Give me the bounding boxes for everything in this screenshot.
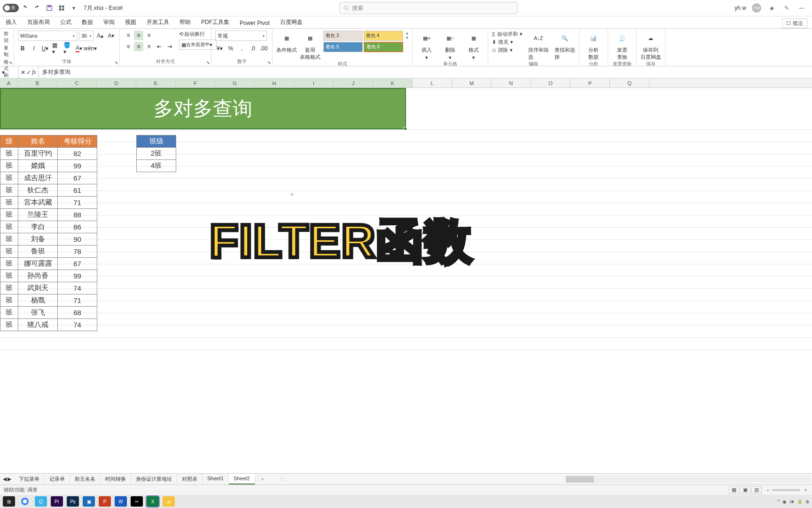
align-middle-button[interactable]: ≡ <box>134 31 143 40</box>
sheet-tab[interactable]: Sheet1 <box>203 474 229 484</box>
excel-icon[interactable]: X <box>147 496 159 507</box>
capcut-icon[interactable]: ✂ <box>131 496 143 507</box>
align-bottom-button[interactable]: ≡ <box>144 31 154 40</box>
sheet-next-button[interactable]: ▶ <box>8 476 11 482</box>
phonetic-button[interactable]: wén▾ <box>86 44 95 53</box>
currency-button[interactable]: ¥▾ <box>215 44 224 53</box>
tab-review[interactable]: 审阅 <box>102 16 116 28</box>
premiere-icon[interactable]: Pr <box>51 496 63 507</box>
merge-center-button[interactable]: ▦ 合并后居中 ▾ <box>179 40 217 50</box>
view-pagebreak-button[interactable]: ▥ <box>751 486 762 494</box>
font-name-combo[interactable]: MiSans▾ <box>18 31 77 41</box>
table-row[interactable]: 班宫本武藏71 <box>0 197 97 209</box>
avatar[interactable]: YW <box>752 3 761 13</box>
sheet-tab[interactable]: 前五名名 <box>70 474 101 484</box>
align-launcher[interactable]: ⬊ <box>206 60 210 65</box>
qat-more-button[interactable]: ▾ <box>69 3 79 13</box>
lookup-cell[interactable]: 2班 <box>137 148 176 160</box>
bold-button[interactable]: B <box>18 44 27 53</box>
col-header-B[interactable]: B <box>18 79 57 87</box>
search-input[interactable]: 搜索 <box>339 2 518 14</box>
number-launcher[interactable]: ⬊ <box>267 60 271 65</box>
tab-data[interactable]: 数据 <box>81 16 94 28</box>
sort-filter-button[interactable]: A↓Z排序和筛选 <box>528 31 549 61</box>
autosave-switch[interactable]: 关 <box>3 4 19 12</box>
table-row[interactable]: 班嫦娥99 <box>0 160 97 172</box>
table-row[interactable]: 班张飞68 <box>0 307 97 319</box>
pen-icon[interactable]: ✎ <box>782 3 791 13</box>
explorer-icon[interactable]: 📁 <box>163 496 175 507</box>
col-header-Q[interactable]: Q <box>610 79 649 87</box>
grow-font-button[interactable]: A▴ <box>95 31 104 40</box>
col-header-O[interactable]: O <box>531 79 570 87</box>
number-format-combo[interactable]: 常规▾ <box>215 31 267 41</box>
sheet-tab[interactable]: 时间转换 <box>101 474 131 484</box>
sheet-tab[interactable]: 对照表 <box>177 474 203 484</box>
indent-inc-button[interactable]: ⇥ <box>165 42 174 51</box>
word-icon[interactable]: W <box>115 496 127 507</box>
col-header-E[interactable]: E <box>136 79 176 87</box>
col-header-D[interactable]: D <box>97 79 136 87</box>
dec-decimal-button[interactable]: .00 <box>259 44 268 53</box>
tab-insert[interactable]: 插入 <box>5 16 18 28</box>
format-cells-button[interactable]: ▦格式▾ <box>463 31 484 61</box>
col-header-H[interactable]: H <box>255 79 294 87</box>
browser-icon[interactable]: Q <box>35 496 47 507</box>
italic-button[interactable]: I <box>29 44 39 53</box>
tab-layout[interactable]: 页面布局 <box>26 16 51 28</box>
conditional-format-button[interactable]: ▦条件格式 <box>276 31 297 54</box>
table-row[interactable]: 班猪八戒74 <box>0 319 97 331</box>
table-row[interactable]: 班狄仁杰61 <box>0 184 97 197</box>
table-row[interactable]: 班刘备90 <box>0 233 97 246</box>
cut-button[interactable]: 剪切 <box>4 31 10 44</box>
font-color-button[interactable]: A▾ <box>74 44 84 53</box>
table-row[interactable]: 班杨戬71 <box>0 294 97 307</box>
table-row[interactable]: 班孙尚香99 <box>0 270 97 282</box>
col-header-L[interactable]: L <box>413 79 452 87</box>
underline-button[interactable]: U ▾ <box>40 44 50 53</box>
sheet-prev-button[interactable]: ◀ <box>3 476 7 482</box>
border-button[interactable]: ▦ ▾ <box>52 44 61 53</box>
insert-cells-button[interactable]: ▦+插入▾ <box>416 31 437 61</box>
undo-button[interactable] <box>20 3 30 13</box>
style-swatch-6[interactable]: 着色 6 <box>364 42 403 52</box>
col-header-C[interactable]: C <box>57 79 97 87</box>
table-row[interactable]: 班李白86 <box>0 221 97 233</box>
align-center-button[interactable]: ≡ <box>134 42 143 51</box>
clipboard-launcher[interactable]: ⬊ <box>9 60 13 65</box>
fill-color-button[interactable]: 🪣▾ <box>63 44 72 53</box>
table-row[interactable]: 班武则天74 <box>0 282 97 294</box>
view-normal-button[interactable]: ▦ <box>729 486 739 494</box>
enter-formula-button[interactable]: ✓ <box>26 69 31 76</box>
col-header-K[interactable]: K <box>373 79 413 87</box>
font-launcher[interactable]: ⬊ <box>115 60 118 65</box>
worksheet-grid[interactable]: A B C D E F G H I J K L M N O P Q 多对多查询 … <box>0 79 812 361</box>
sheet-tab[interactable]: 下拉菜单 <box>14 474 45 484</box>
percent-button[interactable]: % <box>226 44 235 53</box>
comma-button[interactable]: , <box>237 44 246 53</box>
formula-input[interactable]: 多对多查询 <box>39 68 812 76</box>
tab-powerpivot[interactable]: Power Pivot <box>239 18 271 28</box>
wrap-text-button[interactable]: ⟲ 自动换行 <box>179 31 217 38</box>
table-row[interactable]: 班成吉思汗67 <box>0 172 97 184</box>
col-header-P[interactable]: P <box>570 79 610 87</box>
zoom-in-button[interactable]: ＋ <box>803 486 808 493</box>
invoice-check-button[interactable]: 🧾发票 查验 <box>612 31 632 61</box>
shrink-font-button[interactable]: A▾ <box>107 31 116 40</box>
style-swatch-4[interactable]: 着色 4 <box>364 31 403 41</box>
redo-button[interactable] <box>32 3 42 13</box>
delete-cells-button[interactable]: ▦−删除▾ <box>440 31 461 61</box>
find-select-button[interactable]: 🔍查找和选择 <box>554 31 575 61</box>
comments-button[interactable]: ☐ 批注 <box>782 18 807 28</box>
lookup-cell[interactable]: 4班 <box>137 160 176 172</box>
view-pagelayout-button[interactable]: ▣ <box>740 486 750 494</box>
tab-baidu[interactable]: 百度网盘 <box>279 16 304 28</box>
col-header-I[interactable]: I <box>294 79 334 87</box>
title-merged-cell[interactable]: 多对多查询 <box>0 88 406 129</box>
start-button[interactable]: ⊞ <box>3 496 15 507</box>
system-tray[interactable]: ^◉🕪🔋⊕ <box>777 499 809 504</box>
col-header-M[interactable]: M <box>452 79 492 87</box>
style-swatch-3[interactable]: 着色 3 <box>323 31 363 41</box>
fx-button[interactable]: fx <box>32 69 36 76</box>
clear-button[interactable]: ◇ 清除 ▾ <box>492 47 523 54</box>
